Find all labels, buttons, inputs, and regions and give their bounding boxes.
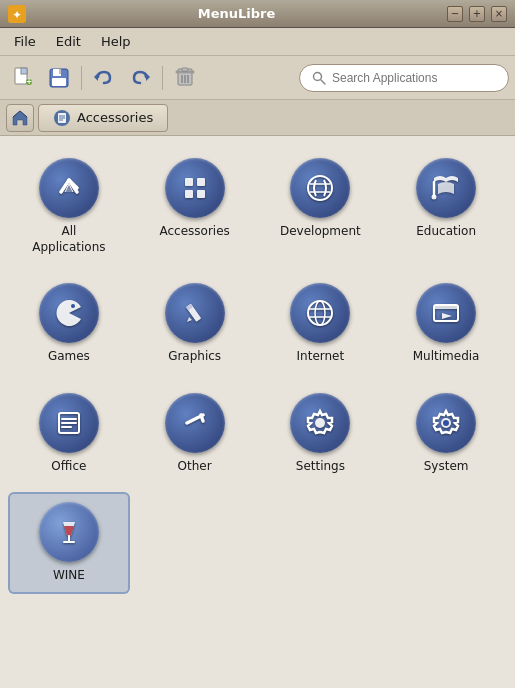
- app-item-internet[interactable]: Internet: [260, 273, 382, 375]
- svg-rect-27: [197, 178, 205, 186]
- accessories-label: Accessories: [159, 224, 229, 240]
- app-item-other[interactable]: Other: [134, 383, 256, 485]
- wine-label: WINE: [53, 568, 85, 584]
- app-item-games[interactable]: Games: [8, 273, 130, 375]
- svg-marker-37: [187, 317, 192, 322]
- app-item-multimedia[interactable]: Multimedia: [385, 273, 507, 375]
- app-item-accessories[interactable]: Accessories: [134, 148, 256, 265]
- games-label: Games: [48, 349, 90, 365]
- svg-rect-44: [434, 305, 458, 309]
- app-grid: AllApplications Accessories: [8, 148, 507, 594]
- undo-button[interactable]: [87, 61, 121, 95]
- internet-icon: [290, 283, 350, 343]
- internet-label: Internet: [297, 349, 345, 365]
- svg-line-52: [201, 415, 203, 421]
- graphics-icon: [165, 283, 225, 343]
- toolbar-sep-1: [81, 66, 82, 90]
- svg-marker-46: [442, 313, 452, 319]
- menu-edit[interactable]: Edit: [46, 30, 91, 53]
- app-item-graphics[interactable]: Graphics: [134, 273, 256, 375]
- app-icon: ✦: [8, 5, 26, 23]
- accessories-tab-icon: [53, 109, 71, 127]
- menu-help[interactable]: Help: [91, 30, 141, 53]
- undo-icon: [93, 67, 115, 89]
- titlebar-left: ✦: [8, 5, 26, 23]
- window-controls: − + ×: [447, 6, 507, 22]
- education-icon: [416, 158, 476, 218]
- development-icon: [290, 158, 350, 218]
- svg-point-55: [443, 420, 449, 426]
- svg-rect-8: [59, 69, 61, 74]
- development-label: Development: [280, 224, 361, 240]
- app-item-settings[interactable]: Settings: [260, 383, 382, 485]
- office-icon: [39, 393, 99, 453]
- svg-rect-9: [52, 78, 66, 86]
- close-button[interactable]: ×: [491, 6, 507, 22]
- svg-rect-28: [185, 190, 193, 198]
- accessories-tab[interactable]: Accessories: [38, 104, 168, 132]
- svg-point-39: [308, 301, 332, 325]
- redo-button[interactable]: [123, 61, 157, 95]
- menubar: File Edit Help: [0, 28, 515, 56]
- new-button[interactable]: +: [6, 61, 40, 95]
- other-icon: [165, 393, 225, 453]
- settings-label: Settings: [296, 459, 345, 475]
- education-label: Education: [416, 224, 476, 240]
- svg-point-40: [315, 301, 325, 325]
- svg-rect-29: [197, 190, 205, 198]
- toolbar-sep-2: [162, 66, 163, 90]
- all-applications-label: AllApplications: [32, 224, 105, 255]
- app-item-education[interactable]: Education: [385, 148, 507, 265]
- system-icon: [416, 393, 476, 453]
- svg-line-19: [321, 80, 325, 84]
- accessories-tab-label: Accessories: [77, 110, 153, 125]
- svg-point-53: [315, 418, 325, 428]
- multimedia-icon: [416, 283, 476, 343]
- svg-rect-14: [182, 68, 188, 71]
- settings-icon: [290, 393, 350, 453]
- app-item-wine[interactable]: WINE: [8, 492, 130, 594]
- redo-icon: [129, 67, 151, 89]
- svg-point-18: [314, 72, 322, 80]
- app-item-all-applications[interactable]: AllApplications: [8, 148, 130, 265]
- svg-marker-10: [94, 73, 98, 81]
- maximize-button[interactable]: +: [469, 6, 485, 22]
- search-icon: [312, 71, 326, 85]
- graphics-label: Graphics: [168, 349, 221, 365]
- svg-point-30: [308, 176, 332, 200]
- office-label: Office: [51, 459, 86, 475]
- menu-file[interactable]: File: [4, 30, 46, 53]
- toolbar: +: [0, 56, 515, 100]
- minimize-button[interactable]: −: [447, 6, 463, 22]
- main-area: AllApplications Accessories: [0, 136, 515, 688]
- other-label: Other: [178, 459, 212, 475]
- save-button[interactable]: [42, 61, 76, 95]
- home-button[interactable]: [6, 104, 34, 132]
- wine-icon: [39, 502, 99, 562]
- app-item-office[interactable]: Office: [8, 383, 130, 485]
- search-box[interactable]: [299, 64, 509, 92]
- system-label: System: [424, 459, 469, 475]
- search-input[interactable]: [332, 71, 496, 85]
- save-icon: [48, 67, 70, 89]
- svg-text:✦: ✦: [12, 8, 22, 22]
- svg-rect-26: [185, 178, 193, 186]
- svg-marker-11: [146, 73, 150, 81]
- app-item-system[interactable]: System: [385, 383, 507, 485]
- new-icon: +: [12, 67, 34, 89]
- app-item-development[interactable]: Development: [260, 148, 382, 265]
- svg-point-35: [71, 304, 75, 308]
- home-icon: [11, 109, 29, 127]
- delete-icon: [174, 67, 196, 89]
- svg-rect-3: [21, 68, 27, 74]
- accessories-icon: [165, 158, 225, 218]
- window-title: MenuLibre: [26, 6, 447, 21]
- svg-text:+: +: [26, 77, 33, 86]
- breadcrumb-bar: Accessories: [0, 100, 515, 136]
- all-applications-icon: [39, 158, 99, 218]
- svg-point-34: [432, 195, 437, 200]
- multimedia-label: Multimedia: [413, 349, 480, 365]
- titlebar: ✦ MenuLibre − + ×: [0, 0, 515, 28]
- delete-button[interactable]: [168, 61, 202, 95]
- games-icon: [39, 283, 99, 343]
